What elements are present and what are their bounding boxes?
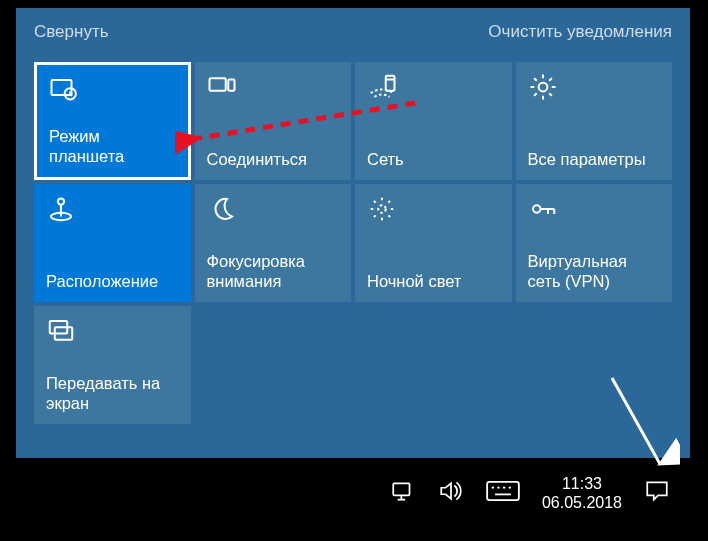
- tile-label: Все параметры: [528, 149, 661, 170]
- project-icon: [46, 316, 76, 346]
- tile-tablet-mode[interactable]: Режим планшета: [34, 62, 191, 180]
- tile-label: Режим планшета: [49, 126, 176, 167]
- volume-tray-icon[interactable]: [438, 480, 464, 507]
- clock[interactable]: 11:33 06.05.2018: [542, 475, 622, 512]
- taskbar: 11:33 06.05.2018: [16, 466, 690, 521]
- keyboard-tray-icon[interactable]: [486, 480, 520, 507]
- action-center-panel: Свернуть Очистить уведомления Режим план…: [16, 8, 690, 458]
- tile-focus-assist[interactable]: Фокусировка внимания: [195, 184, 352, 302]
- tile-project[interactable]: Передавать на экран: [34, 306, 191, 424]
- gear-icon: [528, 72, 558, 102]
- svg-rect-4: [386, 76, 395, 91]
- tile-label: Сеть: [367, 149, 500, 170]
- tile-night-light[interactable]: Ночной свет: [355, 184, 512, 302]
- tile-label: Соединиться: [207, 149, 340, 170]
- tile-label: Расположение: [46, 271, 179, 292]
- tile-label: Передавать на экран: [46, 373, 179, 414]
- vpn-icon: [528, 194, 558, 224]
- tile-label: Фокусировка внимания: [207, 251, 340, 292]
- network-icon: [367, 72, 397, 102]
- moon-icon: [207, 194, 237, 224]
- svg-point-9: [378, 205, 386, 213]
- svg-rect-15: [393, 483, 409, 495]
- svg-rect-18: [487, 482, 519, 500]
- svg-rect-3: [228, 80, 234, 91]
- quick-actions-grid: Режим планшета Соединиться Сеть Все пара…: [34, 62, 672, 424]
- tile-connect[interactable]: Соединиться: [195, 62, 352, 180]
- panel-header: Свернуть Очистить уведомления: [34, 22, 672, 42]
- tile-label: Ночной свет: [367, 271, 500, 292]
- clear-notifications-link[interactable]: Очистить уведомления: [488, 22, 672, 42]
- clock-date: 06.05.2018: [542, 494, 622, 512]
- location-icon: [46, 194, 76, 224]
- connect-icon: [207, 72, 237, 102]
- action-center-tray-icon[interactable]: [644, 479, 670, 508]
- tile-network[interactable]: Сеть: [355, 62, 512, 180]
- collapse-link[interactable]: Свернуть: [34, 22, 109, 42]
- sun-icon: [367, 194, 397, 224]
- svg-point-6: [538, 83, 547, 92]
- tile-all-settings[interactable]: Все параметры: [516, 62, 673, 180]
- svg-rect-2: [209, 78, 225, 91]
- svg-point-8: [58, 198, 64, 204]
- svg-point-10: [533, 205, 541, 213]
- network-tray-icon[interactable]: [390, 480, 416, 507]
- tile-vpn[interactable]: Виртуальная сеть (VPN): [516, 184, 673, 302]
- tablet-mode-icon: [49, 75, 79, 105]
- clock-time: 11:33: [542, 475, 622, 493]
- tile-label: Виртуальная сеть (VPN): [528, 251, 661, 292]
- tile-location[interactable]: Расположение: [34, 184, 191, 302]
